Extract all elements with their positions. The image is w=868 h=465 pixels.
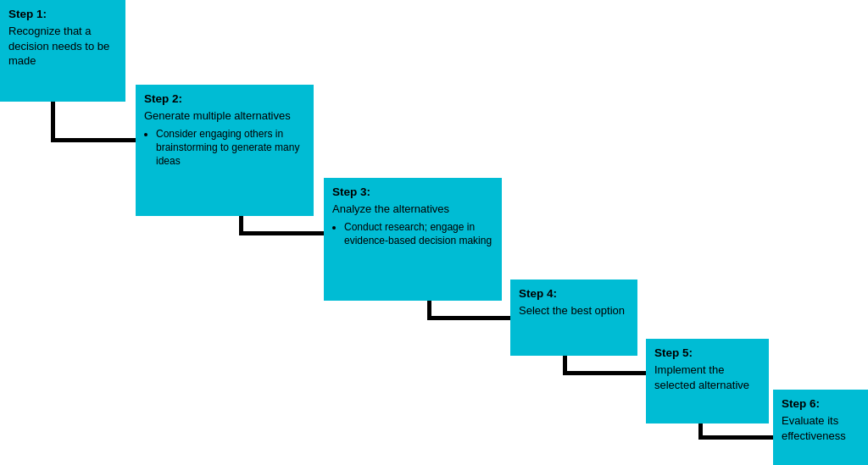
step-3-body: Analyze the alternatives <box>332 202 449 215</box>
connector-2-horizontal <box>239 231 326 235</box>
connector-5-horizontal <box>698 435 775 440</box>
step-4-box: Step 4: Select the best option <box>510 280 637 356</box>
step-6-title: Step 6: <box>782 396 860 412</box>
connector-3-horizontal <box>427 316 512 320</box>
step-2-bullet-1: Consider engaging others in brainstormin… <box>156 127 305 169</box>
step-1-body: Recognize that a decision needs to be ma… <box>8 25 109 67</box>
connector-4-vertical <box>563 356 567 373</box>
connector-2-vertical <box>239 216 243 233</box>
connector-1-horizontal <box>51 138 138 142</box>
connector-3-vertical <box>427 301 431 318</box>
step-5-box: Step 5: Implement the selected alternati… <box>646 339 769 423</box>
step-1-title: Step 1: <box>8 7 117 22</box>
step-1-box: Step 1: Recognize that a decision needs … <box>0 0 125 102</box>
step-2-body: Generate multiple alternatives <box>144 109 291 122</box>
step-2-box: Step 2: Generate multiple alternatives C… <box>136 85 314 216</box>
step-2-bullets: Consider engaging others in brainstormin… <box>144 127 305 169</box>
step-5-body: Implement the selected alternative <box>654 363 749 391</box>
step-3-box: Step 3: Analyze the alternatives Conduct… <box>324 178 502 301</box>
step-6-body: Evaluate its effectiveness <box>782 414 846 442</box>
step-2-title: Step 2: <box>144 91 305 107</box>
step-3-title: Step 3: <box>332 185 493 200</box>
step-3-bullet-1: Conduct research; engage in evidence-bas… <box>344 220 493 247</box>
step-3-bullets: Conduct research; engage in evidence-bas… <box>332 220 493 247</box>
connector-5-vertical <box>698 423 703 436</box>
diagram-container: Step 1: Recognize that a decision needs … <box>0 0 868 465</box>
step-4-body: Select the best option <box>519 304 625 317</box>
step-4-title: Step 4: <box>519 286 629 302</box>
step-5-title: Step 5: <box>654 346 760 361</box>
connector-1-vertical <box>51 102 55 140</box>
connector-4-horizontal <box>563 371 648 375</box>
step-6-box: Step 6: Evaluate its effectiveness <box>773 390 868 465</box>
